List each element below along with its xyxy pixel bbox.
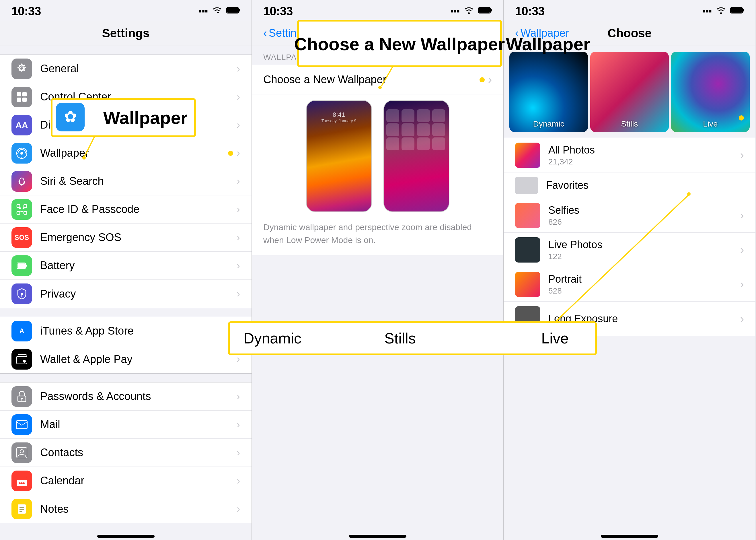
svg-point-26 <box>21 398 23 399</box>
selfies-chevron: › <box>740 209 744 222</box>
wallpaper-dot <box>228 151 233 156</box>
wifi-icon-1 <box>212 6 222 16</box>
svg-rect-13 <box>17 211 20 214</box>
live-label: Live <box>671 119 750 129</box>
wifi-icon-2 <box>464 6 474 16</box>
general-icon <box>12 59 32 79</box>
settings-item-contacts[interactable]: Contacts › <box>0 439 252 467</box>
svg-point-8 <box>20 152 23 155</box>
settings-item-control-center[interactable]: Control Center › <box>0 83 252 111</box>
live-dot <box>739 115 744 120</box>
privacy-chevron: › <box>237 288 240 300</box>
favorites-thumb <box>515 177 538 194</box>
settings-nav-bar: Settings <box>0 21 252 46</box>
svg-rect-14 <box>24 211 27 214</box>
album-favorites[interactable]: Favorites <box>504 173 755 198</box>
wallet-label: Wallet & Apple Pay <box>40 353 237 365</box>
app-icon-8 <box>432 123 445 136</box>
favorites-info: Favorites <box>546 179 744 192</box>
settings-item-display[interactable]: AA Display & Brightness › <box>0 111 252 139</box>
svg-rect-19 <box>26 265 27 267</box>
live-photos-thumb <box>515 237 540 263</box>
general-chevron: › <box>237 63 240 75</box>
choose-new-wallpaper-row[interactable]: Choose a New Wallpaper › <box>252 65 503 94</box>
settings-item-calendar[interactable]: Calendar › <box>0 467 252 495</box>
display-icon: AA <box>12 115 32 135</box>
settings-item-wallpaper[interactable]: Wallpaper › <box>0 139 252 167</box>
svg-rect-4 <box>17 92 21 96</box>
album-selfies[interactable]: Selfies 826 › <box>504 198 755 233</box>
siri-chevron: › <box>237 175 240 187</box>
status-time-1: 10:33 <box>12 4 41 18</box>
wallpaper-section-label: WALLPAPER <box>252 46 503 65</box>
contacts-chevron: › <box>237 447 240 459</box>
album-all-photos[interactable]: All Photos 21,342 › <box>504 138 755 173</box>
home-bar-3 <box>601 535 658 538</box>
signal-icon-1: ▪▪▪ <box>199 6 208 16</box>
album-live-photos[interactable]: Live Photos 122 › <box>504 233 755 267</box>
settings-group-3: Passwords & Accounts › Mail › Contacts › <box>0 382 252 523</box>
choose-back-button[interactable]: ‹ Wallpaper <box>515 27 569 39</box>
home-bar-1 <box>97 535 155 538</box>
settings-item-sos[interactable]: SOS Emergency SOS › <box>0 223 252 252</box>
lock-time-display: 8:41 <box>311 111 367 118</box>
signal-icon-3: ▪▪▪ <box>702 6 712 16</box>
settings-item-siri[interactable]: Siri & Search › <box>0 167 252 196</box>
lock-screen-container: 8:41 Tuesday, January 9 <box>306 100 372 212</box>
settings-item-notes[interactable]: Notes › <box>0 495 252 523</box>
album-portrait[interactable]: Portrait 528 › <box>504 267 755 302</box>
status-time-3: 10:33 <box>515 4 544 18</box>
siri-label: Siri & Search <box>40 175 237 187</box>
stills-label: Stills <box>590 119 669 129</box>
notes-chevron: › <box>237 503 240 515</box>
settings-group-1: General › Control Center › AA Display & … <box>0 55 252 308</box>
settings-item-wallet[interactable]: Wallet & Apple Pay › <box>0 345 252 373</box>
settings-item-faceid[interactable]: Face ID & Passcode › <box>0 196 252 223</box>
mail-icon <box>12 414 32 435</box>
app-icon-4 <box>432 109 445 122</box>
choose-wallpaper-chevron: › <box>488 73 492 86</box>
all-photos-name: All Photos <box>548 144 740 156</box>
status-icons-2: ▪▪▪ <box>451 6 492 16</box>
settings-item-privacy[interactable]: Privacy › <box>0 280 252 308</box>
svg-point-30 <box>20 450 24 453</box>
album-list: All Photos 21,342 › Favorites Selfies 82… <box>504 138 755 336</box>
settings-item-passwords[interactable]: Passwords & Accounts › <box>0 382 252 411</box>
passwords-chevron: › <box>237 390 240 403</box>
svg-rect-7 <box>22 97 27 102</box>
selfies-name: Selfies <box>548 204 740 216</box>
settings-group-2: A iTunes & App Store › Wallet & Apple Pa… <box>0 317 252 374</box>
settings-item-general[interactable]: General › <box>0 55 252 83</box>
calendar-icon <box>12 471 32 491</box>
contacts-icon <box>12 443 32 463</box>
appstore-label: iTunes & App Store <box>40 325 237 337</box>
svg-point-46 <box>720 12 722 14</box>
stills-category[interactable]: Stills <box>590 52 669 132</box>
wallpaper-settings-panel: 10:33 ▪▪▪ ‹ Settings WALLPAPER Choose a … <box>252 0 504 540</box>
calendar-label: Calendar <box>40 474 237 487</box>
svg-text:A: A <box>20 327 24 334</box>
app-icon-2 <box>401 109 414 122</box>
wallpaper-back-button[interactable]: ‹ Settings <box>263 27 308 39</box>
all-photos-thumb <box>515 143 540 168</box>
dynamic-category[interactable]: Dynamic <box>509 52 588 132</box>
svg-point-33 <box>19 482 21 484</box>
svg-rect-23 <box>17 356 27 364</box>
battery-settings-icon <box>12 255 32 276</box>
status-bar-3: 10:33 ▪▪▪ <box>504 0 755 21</box>
album-long-exposure[interactable]: Long Exposure › <box>504 302 755 336</box>
live-category[interactable]: Live <box>671 52 750 132</box>
settings-item-battery[interactable]: Battery › <box>0 252 252 280</box>
svg-point-42 <box>468 12 470 14</box>
app-icon-12 <box>432 137 445 150</box>
wallpaper-nav-bar: ‹ Settings <box>252 21 503 46</box>
wallpaper-chevron: › <box>237 147 240 159</box>
wifi-icon-3 <box>716 6 726 16</box>
svg-rect-1 <box>227 8 238 13</box>
settings-item-appstore[interactable]: A iTunes & App Store › <box>0 317 252 345</box>
svg-rect-12 <box>24 204 27 207</box>
svg-point-15 <box>20 208 21 209</box>
settings-item-mail[interactable]: Mail › <box>0 411 252 439</box>
live-photos-chevron: › <box>740 243 744 256</box>
sos-icon-text: SOS <box>15 233 29 242</box>
